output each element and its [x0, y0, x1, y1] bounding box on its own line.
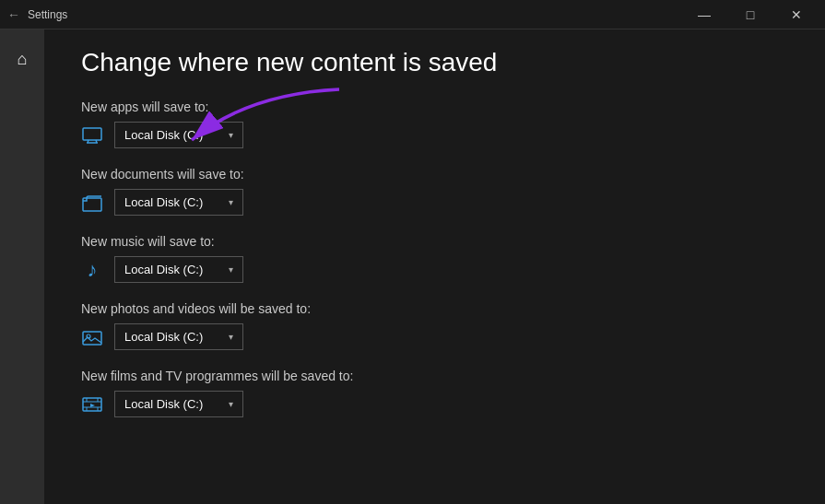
apps-dropdown[interactable]: Local Disk (C:) ▾: [114, 122, 243, 148]
photos-dropdown-value: Local Disk (C:): [124, 330, 203, 344]
monitor-icon: [81, 127, 103, 144]
photos-row: Local Disk (C:) ▾: [81, 323, 788, 350]
films-section: New films and TV programmes will be save…: [81, 369, 788, 417]
title-bar-controls: — □ ✕: [683, 0, 818, 29]
page-title: Change where new content is saved: [81, 48, 788, 77]
close-button[interactable]: ✕: [775, 0, 818, 29]
main-wrapper: Change where new content is saved New ap…: [44, 29, 825, 504]
music-dropdown[interactable]: Local Disk (C:) ▾: [114, 256, 243, 283]
photos-dropdown[interactable]: Local Disk (C:) ▾: [114, 323, 243, 350]
documents-section: New documents will save to: Local Disk (…: [81, 167, 788, 216]
documents-dropdown-arrow: ▾: [229, 197, 233, 207]
music-dropdown-arrow: ▾: [229, 264, 233, 275]
maximize-button[interactable]: □: [729, 0, 772, 29]
apps-dropdown-arrow: ▾: [229, 130, 233, 140]
svg-rect-6: [83, 332, 101, 345]
apps-dropdown-value: Local Disk (C:): [124, 128, 203, 142]
music-section: New music will save to: ♪ Local Disk (C:…: [81, 234, 788, 283]
title-bar: ← Settings — □ ✕: [0, 0, 825, 29]
photos-dropdown-arrow: ▾: [229, 332, 233, 342]
app-container: ⌂ Change where new content is saved New …: [0, 29, 825, 504]
sidebar: ⌂: [0, 29, 44, 504]
back-arrow-icon[interactable]: ←: [7, 7, 20, 22]
minimize-button[interactable]: —: [683, 0, 725, 29]
title-bar-title: Settings: [28, 8, 67, 21]
photos-icon: [81, 329, 103, 346]
title-bar-left: ← Settings: [7, 7, 67, 22]
apps-section: New apps will save to: Local Disk (C:) ▾: [81, 100, 788, 148]
photos-section: New photos and videos will be saved to: …: [81, 301, 788, 350]
documents-row: Local Disk (C:) ▾: [81, 189, 788, 216]
photos-label: New photos and videos will be saved to:: [81, 301, 788, 316]
films-dropdown[interactable]: Local Disk (C:) ▾: [114, 391, 243, 417]
svg-rect-1: [83, 128, 101, 140]
svg-rect-5: [83, 198, 101, 211]
home-icon[interactable]: ⌂: [0, 37, 44, 81]
films-dropdown-arrow: ▾: [229, 399, 233, 409]
documents-dropdown[interactable]: Local Disk (C:) ▾: [114, 189, 243, 216]
music-icon: ♪: [81, 258, 103, 282]
documents-icon: [81, 193, 103, 212]
films-label: New films and TV programmes will be save…: [81, 369, 788, 383]
music-label: New music will save to:: [81, 234, 788, 249]
films-row: Local Disk (C:) ▾: [81, 391, 788, 417]
documents-label: New documents will save to:: [81, 167, 788, 182]
apps-row: Local Disk (C:) ▾: [81, 122, 788, 148]
music-row: ♪ Local Disk (C:) ▾: [81, 256, 788, 283]
music-dropdown-value: Local Disk (C:): [124, 263, 203, 276]
documents-dropdown-value: Local Disk (C:): [124, 195, 203, 209]
main-content: Change where new content is saved New ap…: [44, 29, 825, 454]
svg-marker-15: [90, 404, 95, 407]
films-dropdown-value: Local Disk (C:): [124, 397, 203, 411]
films-icon: [81, 396, 103, 413]
apps-label: New apps will save to:: [81, 100, 788, 114]
